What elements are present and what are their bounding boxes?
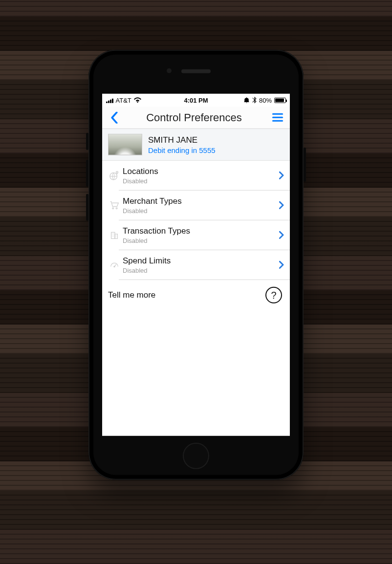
row-locations[interactable]: Locations Disabled	[119, 161, 290, 191]
status-bar: AT&T 4:01 PM 80%	[102, 94, 290, 107]
bluetooth-icon	[252, 97, 257, 104]
phone-home-button	[183, 443, 209, 469]
chevron-right-icon	[279, 201, 284, 209]
row-status: Disabled	[123, 207, 279, 214]
chevron-right-icon	[279, 261, 284, 269]
row-title: Merchant Types	[123, 196, 279, 206]
carrier-label: AT&T	[116, 96, 131, 104]
chevron-right-icon	[279, 231, 284, 239]
help-button[interactable]: ?	[265, 287, 282, 304]
card-header: SMITH JANE Debit ending in 5555	[102, 129, 290, 161]
phone-speaker	[181, 69, 211, 73]
svg-point-1	[117, 172, 118, 173]
page-title: Control Preferences	[118, 111, 270, 124]
phone-frame: AT&T 4:01 PM 80%	[88, 50, 304, 480]
wifi-icon	[134, 97, 141, 103]
row-title: Locations	[123, 166, 279, 176]
phone-camera	[167, 68, 172, 73]
chevron-left-icon	[110, 111, 118, 123]
row-status: Disabled	[123, 177, 279, 184]
card-image	[108, 134, 142, 155]
row-status: Disabled	[123, 266, 279, 274]
card-subtitle[interactable]: Debit ending in 5555	[148, 146, 216, 154]
svg-rect-5	[115, 234, 117, 239]
battery-pct-label: 80%	[259, 96, 272, 104]
svg-point-3	[116, 208, 117, 209]
svg-point-2	[112, 208, 114, 209]
tell-me-more-row: Tell me more ?	[102, 280, 290, 304]
question-mark-icon: ?	[271, 289, 276, 301]
gauge-icon	[106, 255, 123, 275]
alarm-icon	[243, 97, 250, 103]
row-title: Spend Limits	[123, 256, 279, 265]
building-icon	[106, 225, 123, 245]
row-title: Transaction Types	[123, 226, 279, 236]
clock-label: 4:01 PM	[184, 96, 208, 104]
phone-vol-down	[86, 194, 88, 221]
menu-button[interactable]	[270, 110, 285, 125]
globe-pin-icon	[106, 166, 123, 185]
row-status: Disabled	[123, 237, 279, 244]
phone-side-button	[304, 148, 306, 182]
svg-point-6	[114, 266, 115, 267]
row-spend-limits[interactable]: Spend Limits Disabled	[119, 250, 290, 280]
hamburger-icon	[272, 113, 283, 115]
svg-rect-4	[111, 232, 115, 239]
phone-mute-switch	[86, 133, 88, 150]
row-transaction-types[interactable]: Transaction Types Disabled	[119, 220, 290, 250]
tell-me-more-label: Tell me more	[108, 290, 155, 300]
cardholder-name: SMITH JANE	[148, 135, 216, 145]
settings-list: Locations Disabled Merchant Types Disabl…	[102, 161, 290, 280]
battery-icon	[274, 97, 286, 103]
chevron-right-icon	[279, 172, 284, 179]
screen: AT&T 4:01 PM 80%	[102, 94, 290, 436]
phone-vol-up	[86, 160, 88, 187]
signal-icon	[106, 97, 113, 103]
nav-bar: Control Preferences	[102, 107, 290, 129]
cart-icon	[106, 195, 123, 215]
row-merchant-types[interactable]: Merchant Types Disabled	[119, 191, 290, 220]
